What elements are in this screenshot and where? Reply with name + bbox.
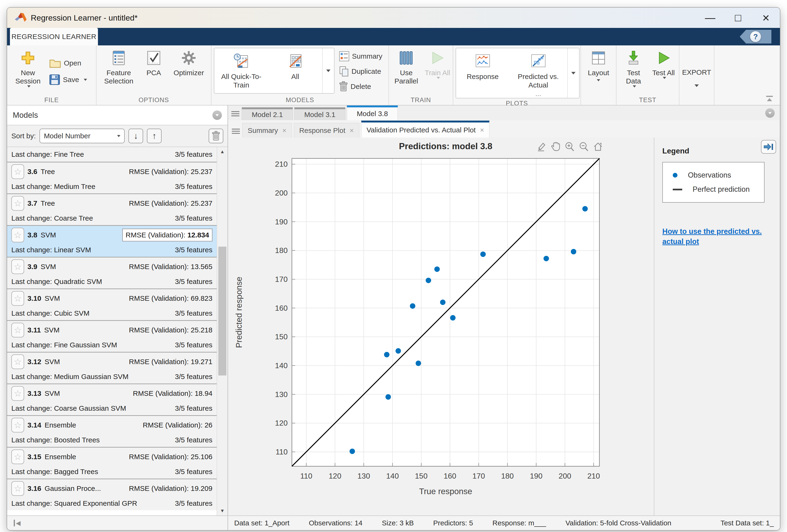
model-type: SVM: [44, 294, 60, 303]
svg-text:190: 190: [275, 218, 288, 226]
favorite-star-button[interactable]: ☆: [12, 354, 24, 369]
summary-button[interactable]: Summary: [338, 50, 384, 63]
model-list-item[interactable]: ☆ 3.16 Gaussian Proce... RMSE (Validatio…: [7, 479, 217, 510]
collapse-ribbon-button[interactable]: [766, 96, 773, 101]
tab-list-icon[interactable]: [232, 129, 240, 134]
zoom-out-icon[interactable]: [579, 141, 589, 152]
predicted-vs-actual-button[interactable]: Predicted vs. Actual ...: [509, 48, 567, 98]
use-parallel-button[interactable]: Use Parallel: [391, 48, 421, 95]
favorite-star-button[interactable]: ☆: [12, 164, 24, 179]
layout-button[interactable]: Layout: [588, 48, 609, 95]
favorite-star-button[interactable]: ☆: [12, 418, 24, 433]
favorite-star-button[interactable]: ☆: [12, 449, 24, 464]
edit-plot-icon[interactable]: [536, 141, 547, 152]
model-list-item[interactable]: ☆ 3.14 Ensemble RMSE (Validation): 26 La…: [7, 415, 217, 447]
model-type: SVM: [44, 326, 60, 334]
model-features: 3/5 features: [175, 150, 212, 158]
model-list-item[interactable]: ☆ 3.10 SVM RMSE (Validation): 69.823 Las…: [7, 288, 217, 320]
favorite-star-button[interactable]: ☆: [12, 196, 24, 211]
sort-descending-button[interactable]: ↓: [128, 129, 143, 143]
close-icon[interactable]: ×: [349, 127, 354, 135]
close-button[interactable]: ×: [752, 7, 780, 28]
section-export: EXPORT: [679, 45, 715, 105]
model-features: 3/5 features: [175, 182, 212, 191]
dropdown-arrow-icon: [437, 77, 440, 79]
close-icon[interactable]: ×: [282, 127, 286, 135]
model-list-item[interactable]: ☆ 3.9 SVM RMSE (Validation): 13.565 Last…: [7, 257, 217, 288]
maximize-button[interactable]: □: [724, 7, 752, 28]
doc-tab[interactable]: Model 3.8: [347, 106, 398, 120]
model-rmse: RMSE (Validation): 25.106: [129, 453, 212, 461]
feature-selection-button[interactable]: Feature Selection: [100, 48, 138, 95]
plot-tab[interactable]: Summary×: [242, 123, 292, 138]
collapse-panel-button[interactable]: ◀: [7, 516, 228, 530]
tabstrip-menu-button[interactable]: [765, 108, 775, 118]
all-quick-to-train-button[interactable]: All Quick-To-Train: [214, 48, 268, 93]
pan-icon[interactable]: [550, 141, 561, 152]
model-list-item[interactable]: ☆ 3.15 Ensemble RMSE (Validation): 25.10…: [7, 447, 217, 479]
model-list-scrollbar[interactable]: ▲ ▼: [217, 147, 228, 515]
favorite-star-button[interactable]: ☆: [12, 323, 24, 337]
dock-button[interactable]: [761, 140, 776, 154]
test-data-button[interactable]: Test Data: [619, 48, 647, 95]
scroll-up-icon[interactable]: ▲: [217, 149, 228, 154]
save-button[interactable]: Save: [48, 73, 88, 86]
pca-button[interactable]: PCA: [142, 48, 166, 95]
close-icon[interactable]: ×: [480, 126, 484, 134]
model-list-item[interactable]: ☆ 3.7 Tree RMSE (Validation): 25.237 Las…: [7, 194, 217, 225]
model-list-item[interactable]: ☆ 3.6 Tree RMSE (Validation): 25.237 Las…: [7, 162, 217, 194]
section-label-test: TEST: [616, 95, 679, 105]
favorite-star-button[interactable]: ☆: [12, 291, 24, 306]
plot-tab[interactable]: Response Plot×: [294, 123, 359, 138]
panel-menu-button[interactable]: [212, 110, 222, 120]
doc-tab[interactable]: Model 2.1: [242, 107, 293, 120]
train-all-button[interactable]: Train All: [425, 48, 450, 95]
favorite-star-button[interactable]: ☆: [12, 386, 24, 401]
feature-selection-icon: [112, 49, 125, 67]
favorite-star-button[interactable]: ☆: [12, 481, 24, 496]
doc-tab[interactable]: Model 3.1: [294, 107, 345, 120]
delete-model-button[interactable]: [209, 129, 223, 143]
response-plot-button[interactable]: Response: [456, 48, 509, 98]
favorite-star-button[interactable]: ☆: [12, 228, 24, 242]
scroll-down-icon[interactable]: ▼: [217, 508, 228, 514]
model-list-item[interactable]: ☆ 3.12 SVM RMSE (Validation): 19.271 Las…: [7, 352, 217, 383]
zoom-in-icon[interactable]: [565, 141, 575, 152]
model-list-item[interactable]: ☆ 3.8 SVM RMSE (Validation): 12.834 Last…: [7, 225, 217, 257]
gallery-expand-button[interactable]: [567, 48, 579, 98]
favorite-star-button[interactable]: ☆: [12, 259, 24, 274]
optimizer-button[interactable]: Optimizer: [170, 48, 208, 95]
predicted-vs-actual-chart[interactable]: 1101201301401501601701801902002101101201…: [228, 155, 644, 500]
export-button[interactable]: EXPORT: [682, 48, 711, 95]
delete-button[interactable]: Delete: [338, 80, 384, 93]
tab-list-icon[interactable]: [231, 111, 239, 116]
all-models-button[interactable]: All: [268, 48, 322, 93]
duplicate-button[interactable]: Duplicate: [338, 65, 384, 78]
help-link[interactable]: How to use the predicted vs. actual plot: [662, 226, 776, 247]
model-list-item-partial[interactable]: Last change: Fine Tree 3/5 features: [7, 147, 217, 162]
predicted-vs-actual-icon: [531, 51, 546, 71]
model-last-change: Last change: Fine Gaussian SVM: [12, 341, 117, 349]
open-button[interactable]: Open: [48, 57, 88, 70]
model-features: 3/5 features: [175, 468, 212, 476]
dropdown-arrow-icon: [117, 135, 121, 137]
model-list-item[interactable]: ☆ 3.11 SVM RMSE (Validation): 25.218 Las…: [7, 320, 217, 352]
tab-label: Model 3.8: [357, 110, 388, 118]
sort-by-select[interactable]: Model Number: [40, 129, 125, 143]
all-quick-to-train-icon: [233, 51, 249, 71]
plot-tab[interactable]: Validation Predicted vs. Actual Plot×: [361, 120, 490, 138]
perfect-prediction-line-icon: [673, 189, 682, 190]
help-button[interactable]: ?: [740, 30, 771, 44]
ribbon-tab-regression-learner[interactable]: REGRESSION LEARNER: [10, 28, 98, 45]
new-session-button[interactable]: New Session: [9, 48, 46, 95]
star-icon: ☆: [14, 325, 22, 335]
minimize-button[interactable]: —: [696, 7, 724, 28]
model-list-item[interactable]: ☆ 3.13 SVM RMSE (Validation): 18.94 Last…: [7, 383, 217, 415]
sort-ascending-button[interactable]: ↑: [147, 129, 162, 143]
test-all-button[interactable]: Test All: [651, 48, 676, 95]
home-icon[interactable]: [593, 141, 603, 152]
legend-entry: Perfect prediction: [663, 182, 764, 197]
scrollbar-thumb[interactable]: [218, 247, 226, 375]
gallery-expand-button[interactable]: [322, 48, 334, 93]
models-panel-title: Models: [13, 111, 38, 120]
